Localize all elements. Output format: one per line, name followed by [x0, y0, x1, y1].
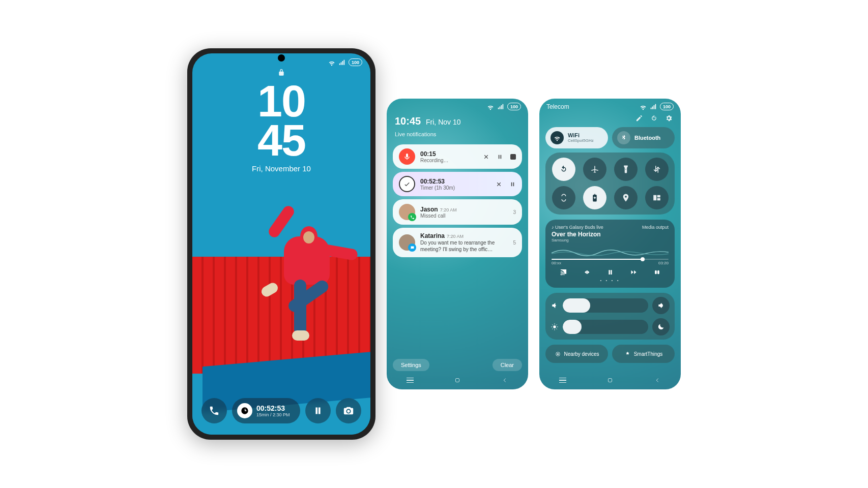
- buds-icon[interactable]: [653, 268, 661, 276]
- lock-icon: [277, 68, 285, 76]
- battery-saver-tile[interactable]: [583, 186, 606, 209]
- nav-home[interactable]: [606, 377, 614, 384]
- panel-time: 10:45: [395, 115, 421, 127]
- cast-icon[interactable]: [560, 268, 567, 276]
- nav-recents[interactable]: [407, 378, 414, 383]
- svg-rect-4: [608, 379, 612, 382]
- dark-mode-icon[interactable]: [652, 318, 670, 336]
- volume-slider[interactable]: [551, 297, 670, 314]
- pause-icon[interactable]: [509, 181, 516, 188]
- brightness-slider[interactable]: [551, 318, 670, 336]
- call-label: Missed call: [420, 213, 516, 219]
- notification-timer[interactable]: 00:52:53 Timer (1h 30m): [393, 172, 522, 196]
- nav-back[interactable]: [501, 377, 508, 384]
- next-icon[interactable]: [630, 268, 638, 276]
- wifi-icon: [551, 131, 564, 144]
- battery-indicator: 100: [349, 58, 362, 66]
- camera-shortcut[interactable]: [336, 398, 361, 423]
- clock-icon: [237, 403, 252, 418]
- sliders: [545, 293, 675, 340]
- timer-time: 00:52:53: [420, 178, 490, 185]
- call-count: 3: [513, 209, 516, 215]
- wifi-icon: [487, 103, 494, 110]
- bluetooth-tile[interactable]: Bluetooth: [612, 127, 675, 148]
- signal-icon: [650, 103, 657, 110]
- page-dots: • • • •: [552, 278, 669, 283]
- prev-icon[interactable]: [583, 268, 591, 276]
- nav-home[interactable]: [454, 377, 461, 384]
- signal-icon: [338, 59, 345, 66]
- recording-label: Recording…: [420, 158, 478, 163]
- waveform: [552, 246, 669, 257]
- record-icon: [399, 148, 415, 165]
- multiwindow-tile[interactable]: [645, 186, 669, 209]
- quick-settings-panel[interactable]: Telecom 100 WiFiCellSpot5GHz Bluetooth: [539, 99, 681, 389]
- volume-max-icon[interactable]: [652, 297, 670, 314]
- clock-minutes: 45: [192, 120, 370, 160]
- wifi-tile[interactable]: WiFiCellSpot5GHz: [545, 127, 608, 148]
- data-tile[interactable]: [645, 158, 669, 181]
- phone-frame: 100 10 45 Fri, November 10: [187, 48, 375, 440]
- pause-icon[interactable]: [606, 268, 614, 276]
- smartthings-icon: [624, 351, 631, 357]
- quick-tiles-grid: [545, 152, 675, 215]
- media-output-button[interactable]: Media output: [642, 225, 669, 230]
- smartthings-button[interactable]: SmartThings: [612, 345, 675, 363]
- lockscreen-clock: 10 45: [192, 78, 370, 160]
- timer-sub: 15min / 2:30 PM: [256, 412, 290, 417]
- flashlight-tile[interactable]: [614, 158, 638, 181]
- svg-point-1: [553, 325, 556, 328]
- media-artist: Samsung: [552, 238, 669, 242]
- lock-screen[interactable]: 100 10 45 Fri, November 10: [192, 53, 370, 435]
- timer-label: Timer (1h 30m): [420, 185, 490, 191]
- power-icon[interactable]: [650, 114, 658, 122]
- lockscreen-timer-widget[interactable]: 00:52:53 15min / 2:30 PM: [232, 398, 300, 423]
- message-body: Do you want me to rearrange the meeting?…: [420, 239, 516, 253]
- bluetooth-label: Bluetooth: [634, 135, 660, 141]
- wifi-icon: [328, 59, 335, 66]
- media-progress[interactable]: [552, 259, 669, 260]
- svg-point-2: [557, 353, 558, 354]
- nearby-devices-button[interactable]: Nearby devices: [545, 345, 608, 363]
- nearby-label: Nearby devices: [564, 351, 599, 357]
- stop-icon[interactable]: [510, 154, 516, 160]
- notification-panel[interactable]: 100 10:45 Fri, Nov 10 Live notifications…: [387, 99, 528, 389]
- camera-punch-hole: [278, 54, 285, 62]
- location-tile[interactable]: [614, 186, 638, 209]
- edit-icon[interactable]: [635, 114, 643, 122]
- phone-shortcut[interactable]: [201, 398, 227, 423]
- message-time: 7:20 AM: [447, 234, 464, 239]
- nav-recents[interactable]: [559, 378, 566, 383]
- media-total: 03:20: [658, 261, 669, 265]
- clear-button[interactable]: Clear: [493, 359, 522, 371]
- close-icon[interactable]: [496, 181, 502, 188]
- nav-back[interactable]: [654, 377, 661, 384]
- lockscreen-dock: 00:52:53 15min / 2:30 PM: [201, 396, 361, 425]
- panel-datetime: 10:45 Fri, Nov 10: [387, 110, 528, 128]
- pause-icon[interactable]: [497, 154, 503, 160]
- settings-button[interactable]: Settings: [393, 359, 429, 371]
- notification-missed-call[interactable]: Jason7:20 AM Missed call 3: [393, 199, 522, 225]
- live-notifications-header: Live notifications: [387, 128, 528, 141]
- timer-value: 00:52:53: [256, 404, 290, 412]
- media-player-card[interactable]: ♪ User's Galaxy Buds live Media output O…: [545, 220, 675, 288]
- status-bar: Telecom 100: [539, 99, 681, 110]
- avatar: [399, 234, 415, 251]
- nfc-tile[interactable]: [552, 186, 575, 209]
- camera-icon: [343, 405, 354, 416]
- notification-message[interactable]: Katarina7:20 AM Do you want me to rearra…: [393, 228, 522, 257]
- pause-icon: [312, 405, 324, 416]
- message-badge-icon: [408, 243, 416, 252]
- phone-badge-icon: [408, 213, 416, 221]
- gear-icon[interactable]: [665, 114, 673, 122]
- airplane-tile[interactable]: [583, 158, 606, 181]
- wifi-ssid: CellSpot5GHz: [568, 138, 594, 143]
- carrier-label: Telecom: [546, 103, 636, 110]
- close-icon[interactable]: [483, 154, 489, 160]
- rotate-tile[interactable]: [552, 158, 575, 181]
- media-elapsed: 00:xx: [552, 261, 561, 265]
- avatar: [399, 204, 415, 220]
- pause-button[interactable]: [305, 398, 331, 423]
- notification-recording[interactable]: 00:15 Recording…: [393, 144, 522, 169]
- signal-icon: [497, 103, 504, 110]
